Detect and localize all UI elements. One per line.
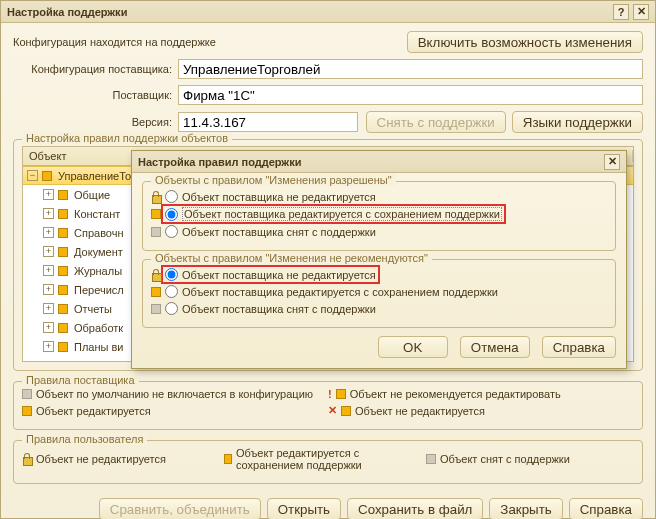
radio-g1-not-edited[interactable]	[165, 190, 178, 203]
dialog-title: Настройка правил поддержки	[138, 156, 301, 168]
version-input[interactable]	[178, 112, 358, 132]
user-rule-1: Объект редактируется с сохранением подде…	[236, 447, 426, 471]
help-button[interactable]: Справка	[569, 498, 643, 519]
cube-grey-icon	[426, 454, 436, 464]
lock-icon	[151, 269, 161, 281]
highlight-box-2: Объект поставщика не редактируется	[161, 265, 380, 284]
radio-g1-removed[interactable]	[165, 225, 178, 238]
supplier-rule-2: Объект редактируется	[36, 405, 151, 417]
expand-icon[interactable]: +	[43, 208, 54, 219]
config-supplier-label: Конфигурация поставщика:	[13, 63, 178, 75]
supplier-rule-0: Объект по умолчанию не включается в конф…	[36, 388, 313, 400]
lock-icon	[151, 191, 161, 203]
main-title: Настройка поддержки	[7, 6, 127, 18]
lock-icon	[22, 453, 32, 465]
cube-icon	[341, 406, 351, 416]
rules-legend: Настройка правил поддержки объектов	[22, 132, 232, 144]
cube-icon	[58, 247, 68, 257]
cube-grey-icon	[22, 389, 32, 399]
group-changes-not-recommended: Объекты с правилом "Изменения не рекомен…	[142, 259, 616, 328]
radio-g2-edited-with-support-label: Объект поставщика редактируется с сохран…	[182, 286, 498, 298]
cube-icon	[58, 342, 68, 352]
cube-icon	[42, 171, 52, 181]
highlight-box-1: Объект поставщика редактируется с сохран…	[161, 204, 506, 224]
supplier-label: Поставщик:	[13, 89, 178, 101]
config-status-text: Конфигурация находится на поддержке	[13, 36, 401, 48]
user-rules-fieldset: Правила пользователя Объект не редактиру…	[13, 440, 643, 484]
tree-item-label: Общие	[72, 189, 110, 201]
cube-icon	[58, 285, 68, 295]
expand-icon[interactable]: +	[43, 322, 54, 333]
cube-icon	[224, 454, 232, 464]
radio-g2-not-edited-label: Объект поставщика не редактируется	[182, 269, 376, 281]
cube-icon	[58, 228, 68, 238]
support-rules-dialog: Настройка правил поддержки ✕ Объекты с п…	[131, 150, 627, 369]
group2-legend: Объекты с правилом "Изменения не рекомен…	[151, 252, 432, 264]
x-icon: ✕	[328, 404, 337, 417]
cube-icon	[58, 323, 68, 333]
group1-legend: Объекты с правилом "Изменения разрешены"	[151, 174, 396, 186]
tree-item-label: Документ	[72, 246, 123, 258]
expand-icon[interactable]: +	[43, 246, 54, 257]
expand-icon[interactable]: +	[43, 341, 54, 352]
dialog-close-button[interactable]: ✕	[604, 154, 620, 170]
user-rule-2: Объект снят с поддержки	[440, 453, 570, 465]
expand-icon[interactable]: +	[43, 189, 54, 200]
tree-item-label: Планы ви	[72, 341, 123, 353]
compare-merge-button: Сравнить, объединить	[99, 498, 261, 519]
expand-icon[interactable]: +	[43, 265, 54, 276]
expand-icon[interactable]: +	[43, 227, 54, 238]
supplier-rules-legend: Правила поставщика	[22, 374, 139, 386]
dialog-cancel-button[interactable]: Отмена	[460, 336, 530, 358]
tree-header-object[interactable]: Объект	[23, 150, 133, 162]
dialog-titlebar: Настройка правил поддержки ✕	[132, 151, 626, 173]
radio-g2-not-edited[interactable]	[165, 268, 178, 281]
expand-icon[interactable]: +	[43, 284, 54, 295]
radio-g1-edited-with-support[interactable]	[165, 208, 178, 221]
enable-changes-button[interactable]: Включить возможность изменения	[407, 31, 643, 53]
user-rule-0: Объект не редактируется	[36, 453, 166, 465]
supplier-rule-3: Объект не редактируется	[355, 405, 485, 417]
dialog-help-button[interactable]: Справка	[542, 336, 616, 358]
tree-item-label: Отчеты	[72, 303, 112, 315]
cube-icon	[151, 287, 161, 297]
main-window: Настройка поддержки ? ✕ Конфигурация нах…	[0, 0, 656, 519]
cube-icon	[151, 209, 161, 219]
main-help-button[interactable]: ?	[613, 4, 629, 20]
tree-item-label: Обработк	[72, 322, 123, 334]
cube-grey-icon	[151, 227, 161, 237]
tree-item-label: Журналы	[72, 265, 122, 277]
cube-icon	[58, 190, 68, 200]
group-changes-allowed: Объекты с правилом "Изменения разрешены"…	[142, 181, 616, 251]
cube-grey-icon	[151, 304, 161, 314]
remove-support-button: Снять с поддержки	[366, 111, 506, 133]
cube-icon	[22, 406, 32, 416]
radio-g1-not-edited-label: Объект поставщика не редактируется	[182, 191, 376, 203]
expand-icon[interactable]: +	[43, 303, 54, 314]
close-button[interactable]: Закрыть	[489, 498, 562, 519]
tree-item-label: Справочн	[72, 227, 124, 239]
supplier-rule-1: Объект не рекомендуется редактировать	[350, 388, 561, 400]
save-to-file-button[interactable]: Сохранить в файл	[347, 498, 483, 519]
open-button[interactable]: Открыть	[267, 498, 341, 519]
expand-icon[interactable]: −	[27, 170, 38, 181]
supplier-input[interactable]	[178, 85, 643, 105]
radio-g2-edited-with-support[interactable]	[165, 285, 178, 298]
dialog-ok-button[interactable]: OK	[378, 336, 448, 358]
version-label: Версия:	[13, 116, 178, 128]
main-close-button[interactable]: ✕	[633, 4, 649, 20]
main-titlebar: Настройка поддержки ? ✕	[1, 1, 655, 23]
exclamation-icon: !	[328, 388, 332, 400]
cube-icon	[58, 209, 68, 219]
tree-item-label: Констант	[72, 208, 120, 220]
user-rules-legend: Правила пользователя	[22, 433, 147, 445]
cube-icon	[336, 389, 346, 399]
radio-g2-removed[interactable]	[165, 302, 178, 315]
config-supplier-input[interactable]	[178, 59, 643, 79]
supplier-rules-fieldset: Правила поставщика Объект по умолчанию н…	[13, 381, 643, 430]
support-languages-button[interactable]: Языки поддержки	[512, 111, 643, 133]
bottom-button-bar: Сравнить, объединить Открыть Сохранить в…	[1, 492, 655, 519]
cube-icon	[58, 304, 68, 314]
radio-g1-edited-with-support-label: Объект поставщика редактируется с сохран…	[182, 207, 502, 221]
radio-g2-removed-label: Объект поставщика снят с поддержки	[182, 303, 376, 315]
